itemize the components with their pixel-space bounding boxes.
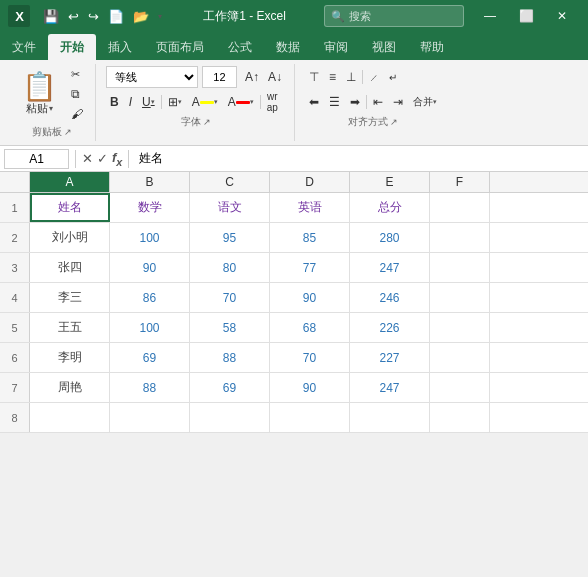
angle-text-button[interactable]: ⟋ — [365, 66, 383, 88]
cell-d3[interactable]: 77 — [270, 253, 350, 282]
increase-font-button[interactable]: A↑ — [241, 66, 263, 88]
cell-b3[interactable]: 90 — [110, 253, 190, 282]
cell-d2[interactable]: 85 — [270, 223, 350, 252]
tab-help[interactable]: 帮助 — [408, 34, 456, 60]
cell-a5[interactable]: 王五 — [30, 313, 110, 342]
cut-button[interactable]: ✂ — [67, 66, 87, 83]
font-size-input[interactable] — [202, 66, 237, 88]
tab-file[interactable]: 文件 — [0, 34, 48, 60]
font-expand-icon[interactable]: ↗ — [203, 117, 211, 127]
tab-insert[interactable]: 插入 — [96, 34, 144, 60]
cell-b5[interactable]: 100 — [110, 313, 190, 342]
cell-e7[interactable]: 247 — [350, 373, 430, 402]
cell-c8[interactable] — [190, 403, 270, 432]
cell-f6[interactable] — [430, 343, 490, 372]
cell-e2[interactable]: 280 — [350, 223, 430, 252]
col-header-f[interactable]: F — [430, 172, 490, 192]
cell-d1[interactable]: 英语 — [270, 193, 350, 222]
cell-e4[interactable]: 246 — [350, 283, 430, 312]
align-bottom-button[interactable]: ⊥ — [342, 66, 360, 88]
cell-b4[interactable]: 86 — [110, 283, 190, 312]
cell-b7[interactable]: 88 — [110, 373, 190, 402]
font-name-select[interactable]: 等线 — [106, 66, 198, 88]
cell-a6[interactable]: 李明 — [30, 343, 110, 372]
cell-c5[interactable]: 58 — [190, 313, 270, 342]
cell-e3[interactable]: 247 — [350, 253, 430, 282]
wrap-text-button[interactable]: wrap — [263, 91, 282, 113]
cell-e5[interactable]: 226 — [350, 313, 430, 342]
cell-a7[interactable]: 周艳 — [30, 373, 110, 402]
open-icon[interactable]: 📂 — [130, 7, 152, 26]
cell-c4[interactable]: 70 — [190, 283, 270, 312]
cell-b1[interactable]: 数学 — [110, 193, 190, 222]
cell-b6[interactable]: 69 — [110, 343, 190, 372]
format-painter-button[interactable]: 🖌 — [67, 105, 87, 123]
tab-review[interactable]: 审阅 — [312, 34, 360, 60]
cell-d6[interactable]: 70 — [270, 343, 350, 372]
clipboard-expand-icon[interactable]: ↗ — [64, 127, 72, 137]
underline-button[interactable]: U▾ — [138, 91, 159, 113]
row-num-3[interactable]: 3 — [0, 253, 30, 282]
tab-pagelayout[interactable]: 页面布局 — [144, 34, 216, 60]
minimize-button[interactable]: — — [472, 0, 508, 32]
tab-formulas[interactable]: 公式 — [216, 34, 264, 60]
cell-a4[interactable]: 李三 — [30, 283, 110, 312]
row-num-5[interactable]: 5 — [0, 313, 30, 342]
cell-c6[interactable]: 88 — [190, 343, 270, 372]
new-icon[interactable]: 📄 — [105, 7, 127, 26]
cell-a2[interactable]: 刘小明 — [30, 223, 110, 252]
row-num-7[interactable]: 7 — [0, 373, 30, 402]
tab-data[interactable]: 数据 — [264, 34, 312, 60]
col-header-c[interactable]: C — [190, 172, 270, 192]
decrease-indent-button[interactable]: ⇤ — [369, 91, 387, 113]
row-num-4[interactable]: 4 — [0, 283, 30, 312]
align-right-button[interactable]: ➡ — [346, 91, 364, 113]
cell-reference-box[interactable] — [4, 149, 69, 169]
cell-d5[interactable]: 68 — [270, 313, 350, 342]
maximize-button[interactable]: ⬜ — [508, 0, 544, 32]
cell-f5[interactable] — [430, 313, 490, 342]
fill-color-button[interactable]: A ▾ — [188, 91, 222, 113]
tab-home[interactable]: 开始 — [48, 34, 96, 60]
cell-b2[interactable]: 100 — [110, 223, 190, 252]
cell-a3[interactable]: 张四 — [30, 253, 110, 282]
formula-input[interactable] — [135, 152, 584, 166]
redo-icon[interactable]: ↪ — [85, 7, 102, 26]
cell-c7[interactable]: 69 — [190, 373, 270, 402]
cell-e8[interactable] — [350, 403, 430, 432]
align-middle-button[interactable]: ≡ — [325, 66, 340, 88]
search-box[interactable]: 🔍 搜索 — [324, 5, 464, 27]
cell-e6[interactable]: 227 — [350, 343, 430, 372]
cancel-formula-icon[interactable]: ✕ — [82, 151, 93, 166]
cell-f4[interactable] — [430, 283, 490, 312]
bold-button[interactable]: B — [106, 91, 123, 113]
wrap-text2-button[interactable]: ↵ — [385, 66, 401, 88]
cell-f3[interactable] — [430, 253, 490, 282]
cell-a1[interactable]: 姓名 — [30, 193, 110, 222]
save-icon[interactable]: 💾 — [40, 7, 62, 26]
quick-access-dropdown[interactable]: ▾ — [155, 10, 165, 23]
close-button[interactable]: ✕ — [544, 0, 580, 32]
decrease-font-button[interactable]: A↓ — [264, 66, 286, 88]
alignment-expand-icon[interactable]: ↗ — [390, 117, 398, 127]
row-num-1[interactable]: 1 — [0, 193, 30, 222]
copy-button[interactable]: ⧉ — [67, 85, 87, 103]
insert-function-icon[interactable]: fx — [112, 150, 122, 168]
align-center-button[interactable]: ☰ — [325, 91, 344, 113]
row-num-8[interactable]: 8 — [0, 403, 30, 432]
align-left-button[interactable]: ⬅ — [305, 91, 323, 113]
borders-button[interactable]: ⊞ ▾ — [164, 91, 186, 113]
cell-f1[interactable] — [430, 193, 490, 222]
cell-d8[interactable] — [270, 403, 350, 432]
row-num-2[interactable]: 2 — [0, 223, 30, 252]
col-header-d[interactable]: D — [270, 172, 350, 192]
cell-c2[interactable]: 95 — [190, 223, 270, 252]
tab-view[interactable]: 视图 — [360, 34, 408, 60]
cell-d7[interactable]: 90 — [270, 373, 350, 402]
cell-a8[interactable] — [30, 403, 110, 432]
cell-d4[interactable]: 90 — [270, 283, 350, 312]
confirm-formula-icon[interactable]: ✓ — [97, 151, 108, 166]
increase-indent-button[interactable]: ⇥ — [389, 91, 407, 113]
col-header-b[interactable]: B — [110, 172, 190, 192]
cell-f8[interactable] — [430, 403, 490, 432]
